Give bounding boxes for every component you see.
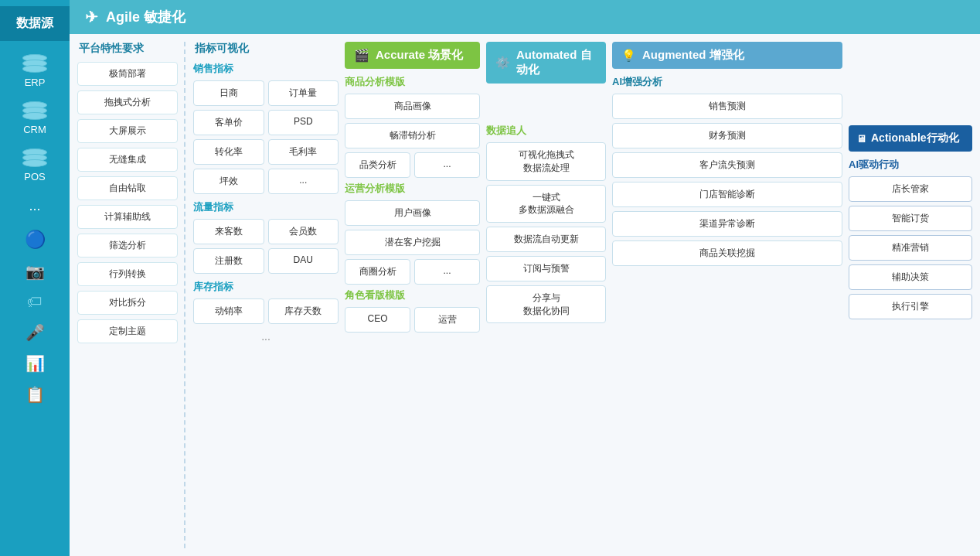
ai-channel-diag[interactable]: 渠道异常诊断 bbox=[612, 211, 842, 237]
crm-label: CRM bbox=[23, 124, 46, 135]
augmented-icon: 💡 bbox=[621, 49, 636, 63]
feature-duibi[interactable]: 对比拆分 bbox=[77, 291, 178, 315]
dots-label: ... bbox=[29, 198, 40, 214]
kpi-sales-grid: 日商 订单量 客单价 PSD 转化率 毛利率 坪效 ... bbox=[193, 80, 339, 194]
ai-drive-title: AI驱动行动 bbox=[849, 158, 972, 172]
sidebar-item-dots: ... bbox=[0, 189, 70, 223]
automated-icon: ⚙️ bbox=[495, 56, 510, 70]
kpi-column: 指标可视化 销售指标 日商 订单量 客单价 PSD 转化率 毛利率 坪效 ...… bbox=[184, 42, 339, 548]
sidebar-item-crm[interactable]: CRM bbox=[0, 94, 70, 142]
kpi-zhuce[interactable]: 注册数 bbox=[193, 248, 264, 274]
feature-hanglie[interactable]: 行列转换 bbox=[77, 262, 178, 286]
kpi-huiyuan[interactable]: 会员数 bbox=[268, 219, 339, 244]
augmented-title: Augmented 增强化 bbox=[642, 48, 744, 63]
tracking-yijian[interactable]: 一键式多数据源融合 bbox=[486, 185, 606, 223]
crm-icon bbox=[21, 101, 49, 122]
main-container: 数据源 ERP CRM bbox=[0, 0, 980, 556]
kpi-traffic-title: 流量指标 bbox=[193, 200, 339, 214]
sidebar-item-tag[interactable]: 🏷 bbox=[0, 287, 70, 317]
automated-header: ⚙️ Automated 自动化 bbox=[486, 42, 606, 84]
sidebar-item-camera[interactable]: 📷 bbox=[0, 256, 70, 287]
action-smart-order[interactable]: 智能订货 bbox=[849, 206, 972, 231]
kpi-laike[interactable]: 来客数 bbox=[193, 219, 264, 244]
actionable-title: Actionable行动化 bbox=[871, 131, 959, 145]
kpi-kucun[interactable]: 库存天数 bbox=[268, 298, 339, 324]
ops-user-portrait[interactable]: 用户画像 bbox=[345, 200, 480, 226]
product-analysis-title: 商品分析模版 bbox=[345, 75, 480, 89]
accurate-icon: 🎬 bbox=[354, 48, 369, 63]
kpi-pingxiao[interactable]: 坪效 bbox=[193, 169, 264, 194]
kpi-sales-title: 销售指标 bbox=[193, 62, 339, 76]
sidebar-item-pos[interactable]: POS bbox=[0, 142, 70, 189]
weibo-icon: 🔵 bbox=[25, 230, 46, 250]
role-ceo[interactable]: CEO bbox=[345, 307, 410, 333]
product-pinlei[interactable]: 品类分析 bbox=[345, 152, 410, 178]
tag-icon: 🏷 bbox=[27, 293, 43, 311]
tracking-title: 数据追人 bbox=[486, 124, 606, 138]
kpi-extra-dots: ... bbox=[193, 330, 339, 343]
role-ops[interactable]: 运营 bbox=[414, 307, 480, 333]
kpi-zhuanhua[interactable]: 转化率 bbox=[193, 139, 264, 165]
kpi-dingdan[interactable]: 订单量 bbox=[268, 80, 339, 106]
product-bottom-row: 品类分析 ... bbox=[345, 152, 480, 178]
kpi-title: 指标可视化 bbox=[193, 42, 339, 56]
action-precision-marketing[interactable]: 精准营销 bbox=[849, 235, 972, 261]
erp-icon bbox=[21, 53, 49, 75]
platform-column: 平台特性要求 极简部署 拖拽式分析 大屏展示 无缝集成 自由钻取 计算辅助线 筛… bbox=[77, 42, 178, 548]
kpi-dau[interactable]: DAU bbox=[268, 248, 339, 274]
action-shopmanager[interactable]: 店长管家 bbox=[849, 176, 972, 202]
feature-wufeng[interactable]: 无缝集成 bbox=[77, 148, 178, 172]
action-execute-engine[interactable]: 执行引擎 bbox=[849, 294, 972, 319]
kpi-maoli[interactable]: 毛利率 bbox=[268, 139, 339, 165]
feature-jianjian[interactable]: 极简部署 bbox=[77, 62, 178, 86]
ai-sales-predict[interactable]: 销售预测 bbox=[612, 94, 842, 119]
ai-finance-predict[interactable]: 财务预测 bbox=[612, 123, 842, 148]
sidebar-header: 数据源 bbox=[0, 6, 70, 41]
pos-icon bbox=[21, 148, 49, 169]
copy-icon: 📋 bbox=[26, 385, 45, 404]
header-title: Agile 敏捷化 bbox=[106, 8, 185, 26]
kpi-inventory-grid: 动销率 库存天数 bbox=[193, 298, 339, 324]
tracking-share[interactable]: 分享与数据化协同 bbox=[486, 285, 606, 324]
actionable-header: 🖥 Actionable行动化 bbox=[849, 125, 972, 152]
tracking-tuozhuai[interactable]: 可视化拖拽式数据流处理 bbox=[486, 142, 606, 181]
feature-shaixuan[interactable]: 筛选分析 bbox=[77, 234, 178, 258]
kpi-inventory-title: 库存指标 bbox=[193, 280, 339, 294]
ai-product-mine[interactable]: 商品关联挖掘 bbox=[612, 240, 842, 266]
sidebar-item-erp[interactable]: ERP bbox=[0, 47, 70, 94]
ops-analysis-title: 运营分析模版 bbox=[345, 182, 480, 196]
sidebar-item-excel[interactable]: 📊 bbox=[0, 348, 70, 379]
sidebar-item-weibo[interactable]: 🔵 bbox=[0, 223, 70, 256]
kpi-kedanjia[interactable]: 客单价 bbox=[193, 110, 264, 135]
tracking-subscribe[interactable]: 订阅与预警 bbox=[486, 256, 606, 281]
feature-daping[interactable]: 大屏展示 bbox=[77, 119, 178, 143]
analysis-column: 🎬 Accurate 场景化 商品分析模版 商品画像 畅滞销分析 品类分析 ..… bbox=[345, 42, 480, 548]
kpi-dongxiao[interactable]: 动销率 bbox=[193, 298, 264, 324]
content-area: ✈ Agile 敏捷化 平台特性要求 极简部署 拖拽式分析 大屏展示 无缝集成 … bbox=[70, 0, 980, 556]
feature-ziyou[interactable]: 自由钻取 bbox=[77, 176, 178, 200]
ops-customer-mine[interactable]: 潜在客户挖掘 bbox=[345, 230, 480, 255]
kpi-traffic-grid: 来客数 会员数 注册数 DAU bbox=[193, 219, 339, 274]
main-layout: 平台特性要求 极简部署 拖拽式分析 大屏展示 无缝集成 自由钻取 计算辅助线 筛… bbox=[70, 34, 980, 556]
sidebar-item-copy[interactable]: 📋 bbox=[0, 379, 70, 410]
feature-jisuan[interactable]: 计算辅助线 bbox=[77, 205, 178, 229]
feature-dingzhi[interactable]: 定制主题 bbox=[77, 319, 178, 343]
augmented-header: 💡 Augmented 增强化 bbox=[612, 42, 842, 69]
erp-label: ERP bbox=[25, 77, 46, 88]
product-changzhixiao[interactable]: 畅滞销分析 bbox=[345, 123, 480, 148]
product-huaxiang[interactable]: 商品画像 bbox=[345, 94, 480, 119]
platform-title: 平台特性要求 bbox=[77, 42, 178, 56]
feature-tuozhuai[interactable]: 拖拽式分析 bbox=[77, 90, 178, 114]
ai-churn-predict[interactable]: 客户流失预测 bbox=[612, 152, 842, 178]
ops-bottom-row: 商圈分析 ... bbox=[345, 259, 480, 285]
excel-icon: 📊 bbox=[26, 354, 45, 373]
sidebar-item-mic[interactable]: 🎤 bbox=[0, 317, 70, 348]
tracking-auto-update[interactable]: 数据流自动更新 bbox=[486, 227, 606, 252]
action-assist-decision[interactable]: 辅助决策 bbox=[849, 264, 972, 290]
ops-shangquan[interactable]: 商圈分析 bbox=[345, 259, 410, 285]
kpi-psd[interactable]: PSD bbox=[268, 110, 339, 135]
ai-store-diag[interactable]: 门店智能诊断 bbox=[612, 182, 842, 207]
actionable-icon: 🖥 bbox=[856, 133, 866, 145]
ops-extra: ... bbox=[414, 259, 480, 285]
kpi-richang[interactable]: 日商 bbox=[193, 80, 264, 106]
